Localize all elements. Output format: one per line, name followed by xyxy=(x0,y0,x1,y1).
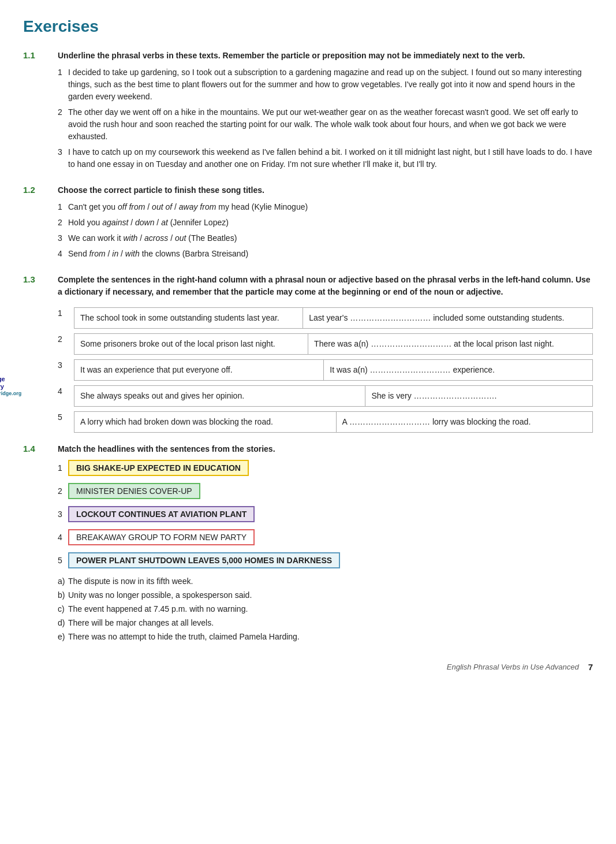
answer-text: There was no attempt to hide the truth, … xyxy=(68,631,593,643)
headline-item-4: 4 BREAKAWAY GROUP TO FORM NEW PARTY xyxy=(58,529,593,545)
answer-item-b: b) Unity was no longer possible, a spoke… xyxy=(58,589,593,601)
table-row-num: 3 xyxy=(58,355,74,370)
table-row-num: 2 xyxy=(58,329,74,344)
sidebar-logo: Cambridge Dictionary dictionary.cambridg… xyxy=(0,352,17,396)
headline-box-4: BREAKAWAY GROUP TO FORM NEW PARTY xyxy=(68,529,255,545)
item-number: 3 xyxy=(58,146,68,170)
list-item: 3 I have to catch up on my coursework th… xyxy=(58,146,593,170)
headline-box-2: MINISTER DENIES COVER-UP xyxy=(68,483,200,499)
table-cell-left: The school took in some outstanding stud… xyxy=(74,308,303,329)
section-1-2: 1.2 Choose the correct particle to finis… xyxy=(23,184,593,263)
table-row-2: 2 Some prisoners broke out of the local … xyxy=(58,329,593,355)
table-cell-right: It was a(n) ………………………… experience. xyxy=(324,360,593,381)
section-1-4: 1.4 Match the headlines with the sentenc… xyxy=(23,443,593,645)
table-cell-right: Last year's ………………………… included some out… xyxy=(303,308,593,329)
answer-text: The event happened at 7.45 p.m. with no … xyxy=(68,603,593,615)
table-row-num: 1 xyxy=(58,303,74,318)
answer-letter: d) xyxy=(58,617,68,629)
song-title-1: Can't get you off from / out of / away f… xyxy=(68,201,593,213)
answer-item-c: c) The event happened at 7.45 p.m. with … xyxy=(58,603,593,615)
answer-letter: c) xyxy=(58,603,68,615)
item-text: The other day we went off on a hike in t… xyxy=(68,106,593,143)
headline-num: 3 xyxy=(58,510,68,519)
table-row-4: 4 She always speaks out and gives her op… xyxy=(58,381,593,407)
table-cell-right: There was a(n) ………………………… at the local p… xyxy=(308,334,593,355)
table-cell-left: It was an experience that put everyone o… xyxy=(74,360,324,381)
section-num-1-3: 1.3 xyxy=(23,274,58,284)
item-text: I decided to take up gardening, so I too… xyxy=(68,66,593,103)
answer-letter: b) xyxy=(58,589,68,601)
page-title: Exercises xyxy=(23,17,593,36)
table-cell-left: A lorry which had broken down was blocki… xyxy=(74,412,337,433)
section-1-1: 1.1 Underline the phrasal verbs in these… xyxy=(23,50,593,174)
section-num-1-2: 1.2 xyxy=(23,184,58,195)
list-item: 1 Can't get you off from / out of / away… xyxy=(58,201,593,213)
list-item: 1 I decided to take up gardening, so I t… xyxy=(58,66,593,103)
answer-item-d: d) There will be major changes at all le… xyxy=(58,617,593,629)
headline-item-3: 3 LOCKOUT CONTINUES AT AVIATION PLANT xyxy=(58,506,593,522)
page-number: 7 xyxy=(588,662,593,672)
table-row-num: 5 xyxy=(58,407,74,422)
answer-letter: a) xyxy=(58,575,68,588)
section-1-4-title: Match the headlines with the sentences f… xyxy=(58,443,593,455)
table-cell-left: She always speaks out and gives her opin… xyxy=(74,386,365,407)
section-1-1-title: Underline the phrasal verbs in these tex… xyxy=(58,50,593,62)
answer-item-e: e) There was no attempt to hide the trut… xyxy=(58,631,593,643)
cambridge-url: dictionary.cambridge.org xyxy=(0,391,17,396)
table-row-1: 1 The school took in some outstanding st… xyxy=(58,303,593,329)
section-1-2-title: Choose the correct particle to finish th… xyxy=(58,184,593,196)
item-number: 2 xyxy=(58,217,68,229)
item-number: 4 xyxy=(58,248,68,260)
headline-num: 2 xyxy=(58,486,68,496)
list-item: 2 The other day we went off on a hike in… xyxy=(58,106,593,143)
headline-num: 1 xyxy=(58,463,68,473)
answer-text: The dispute is now in its fifth week. xyxy=(68,575,593,588)
song-title-2: Hold you against / down / at (Jennifer L… xyxy=(68,217,593,229)
table-row-num: 4 xyxy=(58,381,74,396)
item-number: 2 xyxy=(58,106,68,143)
answer-letter: e) xyxy=(58,631,68,643)
headline-item-1: 1 BIG SHAKE-UP EXPECTED IN EDUCATION xyxy=(58,460,593,476)
headline-box-1: BIG SHAKE-UP EXPECTED IN EDUCATION xyxy=(68,460,249,476)
section-1-3-title: Complete the sentences in the right-hand… xyxy=(58,274,593,298)
answers-list: a) The dispute is now in its fifth week.… xyxy=(58,575,593,643)
headline-box-3: LOCKOUT CONTINUES AT AVIATION PLANT xyxy=(68,506,255,522)
answer-text: There will be major changes at all level… xyxy=(68,617,593,629)
headline-item-2: 2 MINISTER DENIES COVER-UP xyxy=(58,483,593,499)
table-row-5: 5 A lorry which had broken down was bloc… xyxy=(58,407,593,433)
list-item: 3 We can work it with / across / out (Th… xyxy=(58,232,593,244)
song-title-3: We can work it with / across / out (The … xyxy=(68,232,593,244)
item-number: 3 xyxy=(58,232,68,244)
headline-num: 5 xyxy=(58,556,68,565)
answer-item-a: a) The dispute is now in its fifth week. xyxy=(58,575,593,588)
cambridge-dictionary-label: Cambridge Dictionary xyxy=(0,375,17,391)
table-cell-right: She is very …………………………. xyxy=(365,386,593,407)
footer-text: English Phrasal Verbs in Use Advanced xyxy=(447,663,579,671)
table-cell-right: A ………………………… lorry was blocking the road… xyxy=(336,412,592,433)
song-title-4: Send from / in / with the clowns (Barbra… xyxy=(68,248,593,260)
item-text: I have to catch up on my coursework this… xyxy=(68,146,593,170)
table-row-3: 3 It was an experience that put everyone… xyxy=(58,355,593,381)
list-item: 4 Send from / in / with the clowns (Barb… xyxy=(58,248,593,260)
section-num-1-1: 1.1 xyxy=(23,50,58,60)
list-item: 2 Hold you against / down / at (Jennifer… xyxy=(58,217,593,229)
answer-text: Unity was no longer possible, a spokespe… xyxy=(68,589,593,601)
section-1-3: 1.3 Complete the sentences in the right-… xyxy=(23,274,593,433)
item-number: 1 xyxy=(58,66,68,103)
headline-num: 4 xyxy=(58,533,68,542)
table-cell-left: Some prisoners broke out of the local pr… xyxy=(74,334,308,355)
item-number: 1 xyxy=(58,201,68,213)
headline-box-5: POWER PLANT SHUTDOWN LEAVES 5,000 HOMES … xyxy=(68,552,340,568)
footer: English Phrasal Verbs in Use Advanced 7 xyxy=(23,662,593,672)
section-num-1-4: 1.4 xyxy=(23,443,58,453)
headline-item-5: 5 POWER PLANT SHUTDOWN LEAVES 5,000 HOME… xyxy=(58,552,593,568)
